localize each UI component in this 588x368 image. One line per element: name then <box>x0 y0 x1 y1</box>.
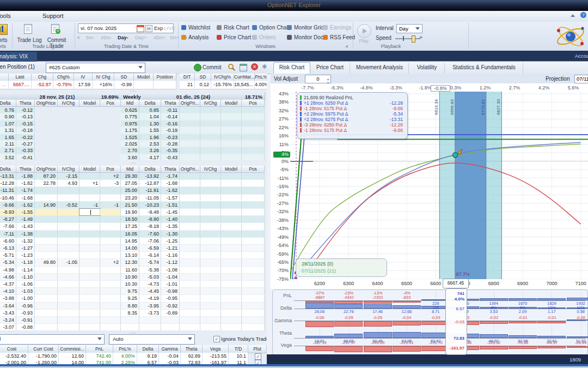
chain-cell[interactable]: -7.06 <box>139 238 161 244</box>
chain-cell[interactable] <box>242 216 265 222</box>
chain-cell[interactable]: -4.37 <box>0 281 16 287</box>
chain-cell[interactable] <box>180 154 200 160</box>
chain-cell[interactable]: -0.15 <box>16 120 35 126</box>
chain-cell[interactable]: -3 <box>100 180 121 186</box>
chain-cell[interactable] <box>35 295 58 301</box>
chain-cell[interactable] <box>200 295 221 301</box>
chain-cell[interactable]: -8.18 <box>139 223 161 230</box>
chain-cell[interactable] <box>242 120 265 126</box>
chain-cell[interactable]: 0.975 <box>121 120 139 126</box>
chain-cell[interactable] <box>180 267 200 273</box>
chain-cell[interactable] <box>242 202 265 208</box>
chain-cell[interactable] <box>200 202 221 208</box>
chain-cell[interactable] <box>58 274 79 280</box>
chain-cell[interactable] <box>58 223 79 230</box>
chain-cell[interactable]: -4.45 <box>139 288 161 294</box>
chain-cell[interactable] <box>180 134 200 140</box>
chain-cell[interactable]: 29.30 <box>121 173 139 179</box>
chain-cell[interactable]: 0.775 <box>121 113 139 119</box>
chain-cell[interactable] <box>79 317 100 323</box>
export-icon[interactable] <box>240 64 247 71</box>
chain-cell[interactable]: -1.25 <box>161 238 180 244</box>
chain-cell[interactable] <box>79 303 100 309</box>
chain-cell[interactable] <box>79 324 100 330</box>
chain-cell[interactable] <box>180 303 200 309</box>
chain-cell[interactable]: -1.03 <box>16 288 35 294</box>
chain-cell[interactable] <box>100 274 121 280</box>
chain-cell[interactable]: -0.22 <box>16 134 35 140</box>
chain-cell[interactable] <box>221 281 242 287</box>
chain-cell[interactable] <box>221 202 242 208</box>
chain-cell[interactable] <box>242 252 265 258</box>
time-step-45m-[interactable]: 45m- <box>101 35 112 40</box>
chain-cell[interactable] <box>200 134 221 140</box>
chain-cell[interactable] <box>200 281 221 287</box>
chain-cell[interactable] <box>221 209 242 215</box>
chain-cell[interactable] <box>161 324 180 330</box>
chain-cell[interactable] <box>58 238 79 244</box>
chain-cell[interactable]: 9.25 <box>121 295 139 301</box>
chain-cell[interactable]: -1.55 <box>16 209 35 215</box>
calendar-icon[interactable] <box>137 25 144 32</box>
chain-cell[interactable] <box>200 324 221 330</box>
chain-cell[interactable]: -0.19 <box>161 127 180 133</box>
chain-cell[interactable] <box>35 303 58 309</box>
chain-cell[interactable]: 8.80 <box>121 303 139 309</box>
chain-cell[interactable] <box>242 324 265 330</box>
commit-label[interactable]: Commit <box>203 64 221 70</box>
chain-cell[interactable]: -1.57 <box>161 195 180 201</box>
chain-cell[interactable]: 2.71 <box>0 147 16 153</box>
chain-cell[interactable]: -1.74 <box>161 173 180 179</box>
chain-cell[interactable] <box>35 288 58 294</box>
chain-cell[interactable] <box>58 288 79 294</box>
chain-cell[interactable] <box>200 252 221 258</box>
chain-cell[interactable] <box>180 202 200 208</box>
chain-cell[interactable] <box>180 310 200 316</box>
play-button[interactable] <box>357 24 371 38</box>
chain-cell[interactable] <box>79 187 100 194</box>
chain-cell[interactable]: -1 <box>79 202 100 208</box>
chain-cell[interactable]: 0.90 <box>0 113 16 119</box>
windows-button-risk-chart[interactable]: Risk Chart <box>224 25 249 31</box>
chain-cell[interactable] <box>121 324 139 330</box>
chain-cell[interactable] <box>200 113 221 119</box>
chain-cell[interactable] <box>180 107 200 113</box>
chain-cell[interactable] <box>221 223 242 230</box>
plot-checkbox[interactable]: ✓ <box>255 353 261 360</box>
chain-cell[interactable]: -5.74 <box>139 259 161 266</box>
chain-cell[interactable] <box>100 238 121 244</box>
chain-cell[interactable]: -0.88 <box>16 324 35 330</box>
collapse-ribbon-icon[interactable] <box>571 14 575 17</box>
chain-cell[interactable]: 1.07 <box>0 120 16 126</box>
chain-cell[interactable]: -0.27 <box>16 141 35 147</box>
chain-cell[interactable]: -1 <box>100 202 121 208</box>
chain-cell[interactable]: -6.59 <box>139 245 161 251</box>
commit-icon[interactable] <box>194 64 201 71</box>
chain-cell[interactable] <box>242 127 265 133</box>
chain-cell[interactable]: -0.16 <box>161 120 180 126</box>
gear-icon[interactable]: ✱ <box>262 63 267 70</box>
chain-cell[interactable] <box>100 223 121 230</box>
chain-cell[interactable] <box>221 231 242 237</box>
chain-cell[interactable] <box>221 259 242 266</box>
chain-cell[interactable] <box>79 231 100 237</box>
chain-cell[interactable] <box>58 324 79 330</box>
chain-cell[interactable] <box>79 195 100 201</box>
close-icon[interactable]: × <box>251 63 258 70</box>
chain-cell[interactable] <box>242 317 265 323</box>
chain-cell[interactable]: -1.74 <box>16 187 35 194</box>
chain-cell[interactable]: -12.87 <box>139 180 161 186</box>
chain-cell[interactable] <box>221 154 242 160</box>
chain-cell[interactable] <box>79 252 100 258</box>
chain-cell[interactable]: -7.11 <box>0 231 16 237</box>
chain-cell[interactable]: -0.89 <box>161 310 180 316</box>
chain-cell[interactable] <box>100 231 121 237</box>
chain-cell[interactable] <box>58 231 79 237</box>
speed-plus-icon[interactable]: + <box>419 34 422 40</box>
windows-button-orders[interactable]: Orders <box>259 34 276 40</box>
chain-cell[interactable] <box>58 209 79 215</box>
chain-cell[interactable]: -1.88 <box>16 173 35 179</box>
chain-cell[interactable]: 3.52 <box>0 154 16 160</box>
chain-cell[interactable] <box>180 259 200 266</box>
chain-cell[interactable] <box>221 317 242 323</box>
